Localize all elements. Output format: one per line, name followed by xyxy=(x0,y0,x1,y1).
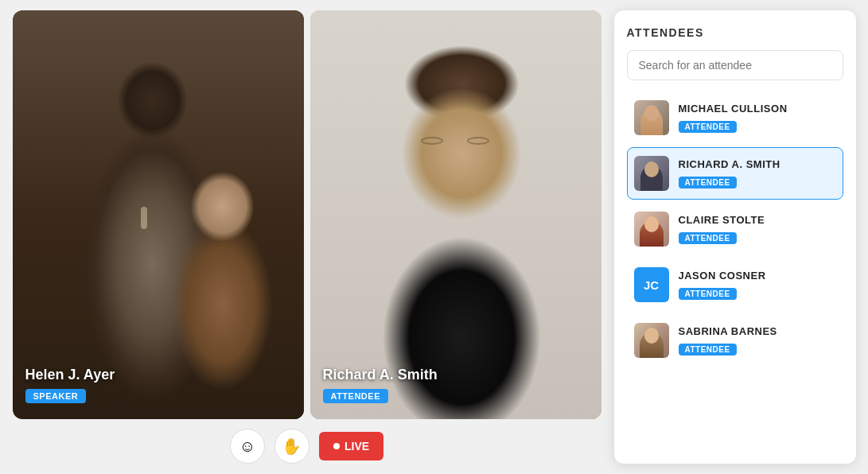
attendee-info-jason: JASON COSNER ATTENDEE xyxy=(679,270,836,300)
audience-figure xyxy=(13,10,304,419)
attendee-item-claire[interactable]: CLAIRE STOLTE ATTENDEE xyxy=(627,203,843,255)
attendee-item-michael[interactable]: MICHAEL CULLISON ATTENDEE xyxy=(627,91,843,144)
attendee-badge-richard: ATTENDEE xyxy=(679,177,737,188)
hand-icon: ✋ xyxy=(282,437,302,456)
controls-bar: ☺ ✋ LIVE xyxy=(13,429,601,464)
live-button[interactable]: LIVE xyxy=(319,432,383,460)
richard-figure xyxy=(310,10,601,419)
attendee-item-richard[interactable]: RICHARD A. SMITH ATTENDEE xyxy=(627,147,843,200)
avatar-claire xyxy=(634,212,669,247)
speaker-name: Helen J. Ayer xyxy=(25,367,115,383)
avatar-richard xyxy=(634,156,669,191)
attendee-badge-michael: ATTENDEE xyxy=(679,121,737,133)
emoji-button[interactable]: ☺ xyxy=(230,429,265,464)
attendee-name-michael: MICHAEL CULLISON xyxy=(679,103,836,115)
sidebar-title: ATTENDEES xyxy=(627,26,843,39)
attendee-item-sabrina[interactable]: SABRINA BARNES ATTENDEE xyxy=(627,314,843,367)
attendee-badge-sabrina: ATTENDEE xyxy=(679,344,737,356)
avatar-sabrina xyxy=(634,323,669,358)
speaker-video-panel: Helen J. Ayer SPEAKER xyxy=(13,10,304,419)
attendee-name-jason: JASON COSNER xyxy=(679,270,836,282)
search-input[interactable] xyxy=(627,50,843,80)
attendee-badge-jason: ATTENDEE xyxy=(679,288,737,300)
video-area: Helen J. Ayer SPEAKER Richard A. Smith A… xyxy=(13,10,601,419)
attendee-badge-claire: ATTENDEE xyxy=(679,232,737,244)
attendee-video-panel: Richard A. Smith ATTENDEE xyxy=(310,10,601,419)
attendee-label: Richard A. Smith ATTENDEE xyxy=(323,367,438,403)
avatar-jason-initials: JC xyxy=(634,267,669,302)
attendee-info-michael: MICHAEL CULLISON ATTENDEE xyxy=(679,103,836,133)
attendee-item-jason[interactable]: JC JASON COSNER ATTENDEE xyxy=(627,258,843,311)
speaker-label: Helen J. Ayer SPEAKER xyxy=(25,367,115,403)
attendee-name-label: Richard A. Smith xyxy=(323,367,438,383)
live-label: LIVE xyxy=(344,440,369,453)
emoji-icon: ☺ xyxy=(239,437,255,456)
attendee-info-richard: RICHARD A. SMITH ATTENDEE xyxy=(679,158,836,188)
speaker-role-badge: SPEAKER xyxy=(25,389,87,403)
hand-button[interactable]: ✋ xyxy=(274,429,309,464)
attendee-info-claire: CLAIRE STOLTE ATTENDEE xyxy=(679,214,836,244)
attendee-role-badge: ATTENDEE xyxy=(323,389,388,403)
attendee-name-richard: RICHARD A. SMITH xyxy=(679,158,836,170)
attendee-name-sabrina: SABRINA BARNES xyxy=(679,325,836,337)
live-dot xyxy=(333,443,340,449)
attendee-name-claire: CLAIRE STOLTE xyxy=(679,214,836,226)
avatar-michael xyxy=(634,100,669,135)
main-container: Helen J. Ayer SPEAKER Richard A. Smith A… xyxy=(13,10,856,464)
attendees-sidebar: ATTENDEES MICHAEL CULLISON ATTENDEE RICH… xyxy=(614,10,856,464)
attendee-info-sabrina: SABRINA BARNES ATTENDEE xyxy=(679,325,836,356)
